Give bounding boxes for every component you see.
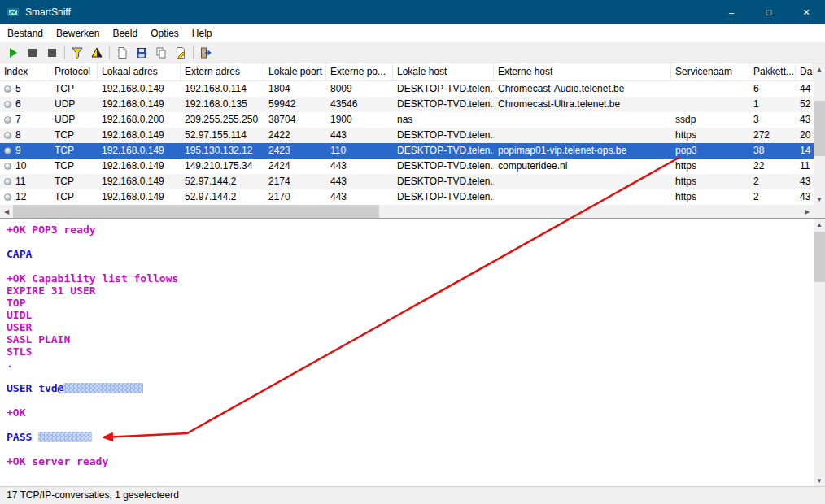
start-capture-button[interactable] [3,44,23,62]
table-cell: 52.97.144.2 [181,189,264,205]
table-cell: DESKTOP-TVD.telen... [393,128,494,143]
table-cell: 1 [749,97,796,112]
list-vertical-scrollbar[interactable]: ▲ ▼ [814,63,825,205]
table-cell: 52.97.144.2 [181,174,264,189]
table-cell: 8 [0,128,50,143]
toolbar-separator [64,46,65,59]
close-button[interactable]: ✕ [788,0,825,24]
table-cell: 149.210.175.34 [181,159,264,174]
status-bar: 17 TCP/IP-conversaties, 1 geselecteerd [0,486,825,504]
table-cell: 443 [326,159,393,174]
detail-line: +OK POP3 ready [7,224,809,236]
table-cell: 192.168.0.149 [98,189,181,205]
table-cell: 192.168.0.200 [98,112,181,128]
table-cell: TCP [50,143,98,159]
detail-line: USER tvd@ [7,382,809,394]
display-filter-button[interactable] [87,44,107,62]
pause-capture-button[interactable] [42,44,62,62]
column-header-lokale-host[interactable]: Lokale host [393,63,494,81]
connection-icon [4,193,11,201]
scroll-up-arrow[interactable]: ▲ [814,219,825,230]
table-row[interactable]: 10TCP192.168.0.149149.210.175.342424443D… [0,159,814,174]
hscroll-thumb[interactable] [13,205,379,218]
redacted-text [38,432,92,442]
detail-vertical-scrollbar[interactable]: ▲ ▼ [814,219,825,486]
table-row[interactable]: 6UDP192.168.0.149192.168.0.1355994243546… [0,97,814,112]
detail-line: +OK [7,406,809,419]
table-cell: https [671,189,749,205]
scroll-left-arrow[interactable]: ◀ [0,205,13,218]
column-header-externe-host[interactable]: Externe host [494,63,671,81]
column-header-protocol[interactable]: Protocol [50,63,98,81]
menu-beeld[interactable]: Beeld [106,24,144,42]
scroll-down-arrow[interactable]: ▼ [814,193,825,205]
scroll-up-arrow[interactable]: ▲ [814,63,825,75]
table-cell: 43546 [326,97,393,112]
table-header: IndexProtocolLokaal adresExtern adresLok… [0,63,814,81]
menu-bewerken[interactable]: Bewerken [50,24,106,42]
table-cell: 1900 [326,112,393,128]
menu-help[interactable]: Help [186,24,219,42]
copy-button[interactable] [151,44,171,62]
scroll-down-arrow[interactable]: ▼ [814,475,825,486]
table-cell: 2 [749,189,796,205]
connection-icon [4,163,11,170]
table-cell: DESKTOP-TVD.telen... [393,189,494,205]
table-cell: TCP [50,174,98,189]
table-cell: 192.168.0.149 [98,81,181,97]
table-cell: computeridee.nl [494,159,671,174]
table-cell: 22 [749,159,796,174]
stop-capture-button[interactable] [23,44,42,62]
save-button[interactable] [132,44,151,62]
detail-line: CAPA [7,248,809,260]
table-row[interactable]: 7UDP192.168.0.200239.255.255.25038704190… [0,112,814,128]
table-cell: 20 [796,128,814,143]
table-cell: 6 [0,97,50,112]
conversation-pane: +OK POP3 readyCAPA+OK Capability list fo… [0,218,825,486]
maximize-button[interactable]: □ [750,0,788,24]
horizontal-scrollbar[interactable]: ◀ ▶ [0,205,814,218]
detail-vscroll-thumb[interactable] [814,232,825,282]
column-header-da[interactable]: Da [796,63,814,81]
exit-button[interactable] [196,44,216,62]
table-row[interactable]: 12TCP192.168.0.14952.97.144.22170443DESK… [0,189,814,205]
column-header-lokale-poort[interactable]: Lokale poort [264,63,326,81]
toolbar-separator [193,46,194,59]
table-cell: 43 [796,174,814,189]
minimize-button[interactable]: – [713,0,750,24]
table-cell [494,189,671,205]
exit-door-icon [199,46,212,59]
table-row[interactable]: 9TCP192.168.0.149195.130.132.122423110DE… [0,143,814,159]
table-row[interactable]: 11TCP192.168.0.14952.97.144.22174443DESK… [0,174,814,189]
table-cell: 6 [749,81,796,97]
menu-opties[interactable]: Opties [144,24,186,42]
table-row[interactable]: 5TCP192.168.0.149192.168.0.11418048009DE… [0,81,814,97]
clear-button[interactable] [112,44,132,62]
window-title: SmartSniff [25,7,71,18]
detail-line: UIDL [7,309,809,321]
column-header-lokaal-adres[interactable]: Lokaal adres [98,63,181,81]
copy-pages-icon [155,46,168,59]
table-cell: popimap01-vip.telenet-ops.be [494,143,671,159]
column-header-servicenaam[interactable]: Servicenaam [671,63,749,81]
table-row[interactable]: 8TCP192.168.0.14952.97.155.1142422443DES… [0,128,814,143]
scroll-right-arrow[interactable]: ▶ [801,205,814,218]
column-header-externe-po-[interactable]: Externe po... [326,63,393,81]
properties-button[interactable] [171,44,190,62]
detail-line [7,394,809,406]
menu-bestand[interactable]: Bestand [1,24,50,42]
table-cell: https [671,159,749,174]
table-cell: DESKTOP-TVD.telen... [393,174,494,189]
capture-filter-button[interactable] [68,44,87,62]
table-cell: 52.97.155.114 [181,128,264,143]
column-header-extern-adres[interactable]: Extern adres [181,63,264,81]
table-cell: 2424 [264,159,326,174]
connection-icon [4,101,11,108]
table-cell: DESKTOP-TVD.telen... [393,97,494,112]
column-header-index[interactable]: Index [0,63,50,81]
table-cell: 7 [0,112,50,128]
list-vscroll-thumb[interactable] [814,101,825,156]
table-cell [671,81,749,97]
table-cell: 195.130.132.12 [181,143,264,159]
column-header-pakkett-[interactable]: Pakkett... [749,63,796,81]
